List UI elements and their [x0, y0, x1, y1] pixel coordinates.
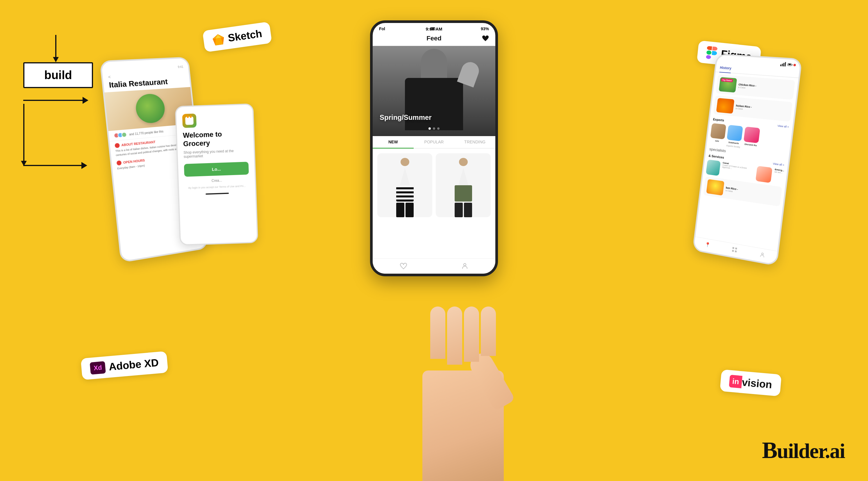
nav-person[interactable]	[461, 263, 468, 271]
center-phone: Fol 9:07 AM 93% Feed	[370, 20, 498, 276]
phone-header: Feed	[373, 33, 495, 46]
hand-image	[391, 277, 536, 481]
right-nav-location[interactable]: 📍	[705, 241, 711, 248]
svg-rect-8	[735, 247, 737, 249]
svg-point-11	[761, 253, 763, 255]
phone-status-bar: Fol 9:07 AM 93%	[373, 23, 495, 33]
product-1	[377, 153, 432, 217]
svg-rect-10	[735, 250, 737, 252]
expert-3: Dhrishti Ra	[743, 126, 760, 150]
tab-new[interactable]: NEW	[373, 136, 414, 149]
heart-icon	[482, 35, 489, 42]
svg-point-6	[464, 264, 466, 266]
phone-bottom-nav	[373, 258, 495, 274]
hero-text: Spring/Summer	[380, 113, 432, 122]
expert-1: ishi	[709, 123, 726, 146]
tab-trending[interactable]: TRENDING	[454, 136, 495, 148]
sketch-icon	[212, 33, 225, 46]
grocery-phone: Welcome to Grocery Shop everything you n…	[175, 103, 258, 245]
xd-icon: Xd	[90, 361, 106, 374]
phone-header-title: Feed	[427, 35, 441, 42]
phone-tabs: NEW POPULAR TRENDING	[373, 136, 495, 149]
right-nav-person[interactable]	[759, 251, 766, 260]
svg-rect-7	[732, 247, 734, 249]
flow-diagram: build	[23, 35, 93, 169]
nav-heart[interactable]	[400, 263, 407, 271]
figma-icon	[706, 46, 717, 60]
phone-hero-image: Spring/Summer	[373, 46, 495, 136]
right-nav-grid[interactable]	[731, 246, 738, 254]
grocery-login-btn[interactable]: Lo...	[184, 162, 249, 177]
product-2	[436, 153, 491, 217]
invision-icon: in	[729, 375, 742, 389]
invision-badge: in vision	[720, 369, 782, 396]
builder-logo: Builder.ai	[762, 437, 845, 463]
build-box: build	[23, 62, 93, 88]
tab-popular[interactable]: POPULAR	[414, 136, 455, 148]
center-phone-container: Fol 9:07 AM 93% Feed	[370, 20, 498, 276]
adobexd-badge: Xd Adobe XD	[81, 351, 168, 380]
expert-2: Siddharth Experts Society	[726, 125, 743, 148]
sketch-badge: Sketch	[202, 22, 272, 52]
svg-rect-9	[732, 250, 734, 252]
right-food-card-1: Top Rated Chicken Rico ‐ a Casa	[716, 75, 795, 100]
phone-products	[373, 149, 495, 222]
right-phone: History Top Rated Chicken Rico ‐ a Casa …	[692, 54, 803, 266]
